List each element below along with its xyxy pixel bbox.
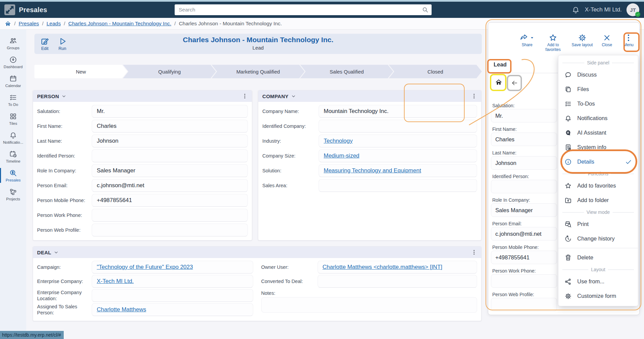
menu-item-customize-form[interactable]: Customize form [558,289,638,303]
field-value-link[interactable]: "Technology of the Future" Expo 2023 [97,264,193,271]
menu-item-delete[interactable]: Delete [558,250,638,265]
pipeline-stage-qualifying[interactable]: Qualifying [123,65,216,78]
company-panel: COMPANY Company Name:Mountain Technology… [258,90,481,241]
menu-item-add-to-favorites[interactable]: Add to favorites [558,178,638,193]
field-value-box: Charlotte Matthews <charlotte.matthews> … [318,261,477,274]
person-panel-title: PERSON [37,93,59,99]
field-row-company-name: Company Name:Mountain Technology Inc. [262,104,477,119]
person-panel-menu-icon[interactable] [242,93,248,99]
company-panel-header: COMPANY [258,90,481,102]
field-value-box: Sales Manager [92,164,248,177]
chevron-down-icon[interactable] [291,94,296,99]
field-value-link[interactable]: Charlotte Matthews <charlotte.matthews> … [323,264,442,271]
app-logo-icon[interactable] [4,4,15,15]
sidebar-item-presales[interactable]: Presales [0,166,26,185]
share-button[interactable]: Share [520,33,534,48]
menu-item-use-from[interactable]: Use from... [558,274,638,289]
pipeline-stage-new[interactable]: New [34,65,127,78]
user-avatar[interactable]: JT [626,3,639,16]
side-field-last-name: Last Name:Johnson [491,148,558,170]
sidebar-item-timeline[interactable]: Timeline [0,147,26,166]
field-value-link[interactable]: Charlotte Matthews [97,306,146,313]
add-to-favorites-button[interactable]: Add to favorites [541,33,565,52]
menu-item-ai-assistant[interactable]: AI Assistant [558,125,638,140]
field-value: Sales Manager [97,167,135,174]
tab-lead[interactable]: Lead [494,61,507,68]
field-value-link[interactable]: Medium-sized [324,152,359,159]
sidebar-item-groups[interactable]: Groups [0,34,26,53]
home-icon[interactable] [5,21,11,27]
company-panel-title: COMPANY [262,93,289,99]
context-menu: Side panelDiscussFilesTo-DosNotification… [558,55,638,306]
menu-item-change-history[interactable]: Change history [558,231,638,246]
field-row-person-email: Person Email:c.johnson@mti.net [37,178,248,193]
run-button[interactable]: Run [55,36,70,51]
sidebar-item-notificatio[interactable]: Notificatio... [0,128,26,147]
field-label: Enterprise Company Location: [37,289,92,302]
field-label: Identified Company: [262,123,319,129]
field-value: +4987855641 [495,254,529,261]
field-value-link[interactable]: Technology [324,138,353,144]
field-label: Person Mobile Phone: [37,197,92,203]
sidebar: GroupsDashboardCalendarTo DoTilesNotific… [0,30,26,339]
field-value: Mr. [495,113,503,119]
breadcrumb-link-leads[interactable]: Leads [47,21,61,27]
sidebar-item-tiles[interactable]: Tiles [0,109,26,128]
edit-button[interactable]: Edit [37,36,53,51]
pipeline-stage-closed[interactable]: Closed [389,65,482,78]
field-value-link[interactable]: Measuring Technology and Equipment [324,167,421,174]
share-icon [520,33,528,42]
field-value: c.johnson@mti.net [495,231,541,237]
search-icon[interactable] [422,6,429,13]
close-button[interactable]: Close [599,33,614,48]
field-label: Campaign: [37,264,92,270]
field-value-box: Mr. [491,109,557,122]
notifications-bell-icon[interactable] [572,6,580,14]
panel-back-button[interactable] [508,77,521,89]
menu-item-notifications[interactable]: Notifications [558,111,638,125]
breadcrumb-link-presales[interactable]: Presales [19,21,39,27]
caret-down-icon[interactable] [530,35,534,40]
save-layout-button[interactable]: Save layout [572,33,593,48]
notifications-icon [9,131,17,139]
menu-item-details[interactable]: Details [558,154,638,169]
sidebar-item-to-do[interactable]: To Do [0,90,26,109]
company-panel-menu-icon[interactable] [471,93,477,99]
page-title: Charles Johnson - Mountain Technology In… [34,36,482,44]
field-value-box: Charles [92,120,248,133]
menu-section-label: Layout [591,267,605,272]
chevron-down-icon[interactable] [61,94,66,99]
toolbar-button-label: Add to favorites [541,43,565,52]
active-company-label: X-Tech MI Ltd. [585,6,622,13]
menu-button[interactable]: Menu [621,33,636,48]
menu-item-files[interactable]: Files [558,82,638,96]
pipeline-stage-marketing-qualified[interactable]: Marketing Qualified [212,65,305,78]
sidebar-item-label: Calendar [5,84,21,88]
field-label: First Name: [37,123,92,129]
field-value-box [92,289,253,302]
field-value-box: Technology [319,135,477,147]
sidebar-item-calendar[interactable]: Calendar [0,72,26,90]
field-value-box [318,275,477,288]
menu-item-add-to-folder[interactable]: Add to folder [558,193,638,207]
field-label: Person Mobile Phone: [491,243,558,250]
menu-item-system-info[interactable]: System info [558,140,638,154]
sidebar-item-dashboard[interactable]: Dashboard [0,53,26,72]
breadcrumb-link-charles-johnson-mountain-technology-inc[interactable]: Charles Johnson - Mountain Technology In… [68,21,171,27]
menu-item-to-dos[interactable]: To-Dos [558,96,638,111]
star-icon [564,182,572,190]
use-from-icon [564,278,572,285]
deal-panel-menu-icon[interactable] [471,249,477,255]
sidebar-item-projects[interactable]: Projects [0,185,26,204]
search-input[interactable] [175,7,422,13]
menu-item-print[interactable]: Print [558,217,638,231]
menu-item-discuss[interactable]: Discuss [558,67,638,82]
field-label: Salutation: [37,108,92,114]
field-value: c.johnson@mti.net [97,182,144,189]
pipeline-stage-sales-qualified[interactable]: Sales Qualified [300,65,393,78]
toolbar-button-label: Share [522,43,532,48]
chevron-down-icon[interactable] [54,250,59,255]
panel-home-button[interactable] [492,76,505,89]
field-value-link[interactable]: X-Tech MI Ltd. [97,278,134,285]
field-value: Johnson [495,160,516,166]
